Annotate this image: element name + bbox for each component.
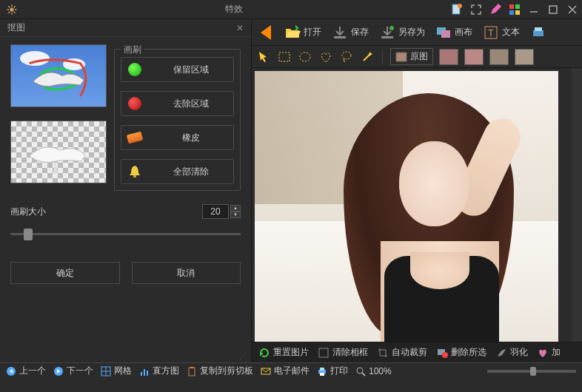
grid-button[interactable]: 网格 [101, 365, 132, 377]
heart-tool[interactable] [318, 50, 333, 64]
window-title: 特效 [18, 3, 450, 16]
ellipse-select-tool[interactable] [298, 50, 312, 64]
pointer-tool[interactable] [256, 50, 271, 64]
clear-frame-button[interactable]: 清除相框 [314, 345, 372, 360]
save-button[interactable]: 保存 [329, 23, 372, 42]
save-icon [332, 24, 348, 41]
reset-image-button[interactable]: 重置图片 [255, 345, 312, 360]
thumb-3[interactable] [489, 49, 509, 65]
svg-point-10 [458, 4, 462, 8]
tool-toolbar: 原图 [252, 46, 582, 68]
maximize-button[interactable] [546, 3, 560, 16]
clipboard-icon [187, 366, 197, 376]
edit-icon[interactable] [489, 3, 502, 16]
wand-tool[interactable] [360, 50, 375, 64]
saveas-button[interactable]: 另存为 [376, 23, 428, 42]
close-button[interactable] [566, 3, 579, 16]
rect-select-tool[interactable] [277, 50, 292, 64]
thumb-2[interactable] [464, 49, 484, 65]
svg-line-8 [14, 6, 16, 7]
brush-size-slider[interactable] [10, 226, 241, 241]
thumb-4[interactable] [515, 49, 534, 65]
more-tools-button[interactable] [527, 23, 549, 42]
email-button[interactable]: 电子邮件 [261, 365, 310, 377]
svg-point-50 [357, 368, 363, 374]
minimize-button[interactable] [527, 3, 541, 16]
next-button[interactable]: 下一个 [53, 365, 93, 377]
lasso-tool[interactable] [339, 50, 354, 64]
email-icon [261, 366, 271, 376]
bell-icon [128, 164, 141, 179]
new-icon[interactable] [450, 3, 464, 16]
svg-rect-48 [320, 368, 324, 371]
brush-size-input[interactable] [202, 204, 229, 219]
delete-selection-button[interactable]: 删除所选 [432, 345, 490, 360]
resize-grip[interactable]: ⋰ [239, 351, 247, 359]
bottom-toolbar: 重置图片 清除相框 自动裁剪 删除所选 羽化 加 [252, 342, 582, 362]
main-toolbar: 打开 保存 另存为 画布 T 文本 [252, 19, 582, 46]
histogram-button[interactable]: 直方图 [139, 365, 179, 377]
brush-size-label: 画刷大小 [10, 206, 202, 218]
effects-panel: 抠图 ✕ [0, 19, 252, 362]
panel-close-icon[interactable]: ✕ [236, 23, 244, 33]
keep-region-button[interactable]: 保留区域 [121, 57, 234, 82]
svg-line-51 [362, 373, 365, 376]
svg-rect-28 [535, 27, 542, 31]
open-button[interactable]: 打开 [281, 23, 324, 42]
zoom-slider[interactable] [487, 370, 576, 373]
eraser-button[interactable]: 橡皮 [121, 125, 234, 150]
preview-original[interactable] [10, 44, 107, 107]
printer-icon [530, 24, 546, 41]
main-image[interactable] [255, 71, 558, 342]
palette-icon[interactable] [508, 3, 521, 16]
statusbar: 上一个 下一个 网格 直方图 复制到剪切板 电子邮件 打印 100% [0, 362, 582, 379]
svg-line-6 [14, 11, 16, 13]
svg-rect-45 [190, 367, 193, 368]
svg-point-22 [389, 26, 394, 30]
canvas-area [252, 68, 582, 342]
zoom-display[interactable]: 100% [355, 366, 392, 376]
arrow-right-icon [53, 366, 64, 376]
histogram-icon [139, 366, 150, 376]
svg-rect-20 [334, 36, 346, 38]
delete-icon [436, 347, 448, 359]
svg-rect-12 [515, 4, 520, 9]
fullscreen-icon[interactable] [469, 3, 483, 16]
svg-rect-24 [441, 30, 450, 38]
print-button[interactable]: 打印 [317, 365, 348, 377]
vertical-scrollbar[interactable] [572, 68, 582, 342]
crop-icon [377, 347, 389, 359]
brush-size-spinner[interactable]: ▲▼ [230, 205, 241, 218]
feather-button[interactable]: 羽化 [492, 345, 532, 360]
clear-all-button[interactable]: 全部清除 [121, 159, 234, 184]
back-button[interactable] [256, 22, 277, 43]
eraser-icon [127, 132, 143, 144]
thumb-1[interactable] [439, 49, 458, 65]
image-icon [395, 51, 407, 63]
saveas-icon [379, 24, 395, 41]
cancel-button[interactable]: 取消 [132, 262, 241, 284]
text-button[interactable]: T 文本 [480, 23, 523, 42]
preview-result[interactable] [10, 121, 107, 183]
svg-rect-27 [533, 30, 543, 36]
zoom-icon [355, 366, 366, 376]
heart-icon [537, 347, 549, 359]
clipboard-button[interactable]: 复制到剪切板 [187, 365, 253, 377]
svg-rect-41 [141, 372, 142, 376]
add-button[interactable]: 加 [533, 345, 564, 360]
prev-button[interactable]: 上一个 [6, 365, 46, 377]
original-button[interactable]: 原图 [390, 48, 433, 65]
ok-button[interactable]: 确定 [10, 262, 120, 284]
remove-region-button[interactable]: 去除区域 [121, 91, 234, 116]
svg-rect-13 [509, 10, 514, 15]
svg-rect-32 [396, 53, 407, 61]
svg-text:T: T [488, 28, 494, 38]
brush-group: 画刷 保留区域 去除区域 橡皮 全部清除 [114, 49, 241, 191]
titlebar: 特效 [0, 0, 582, 19]
svg-rect-43 [147, 371, 148, 376]
gear-icon [6, 4, 18, 16]
right-panel: 打开 保存 另存为 画布 T 文本 [252, 19, 582, 362]
canvas-button[interactable]: 画布 [432, 23, 475, 42]
refresh-icon [258, 347, 270, 359]
auto-crop-button[interactable]: 自动裁剪 [373, 345, 431, 360]
